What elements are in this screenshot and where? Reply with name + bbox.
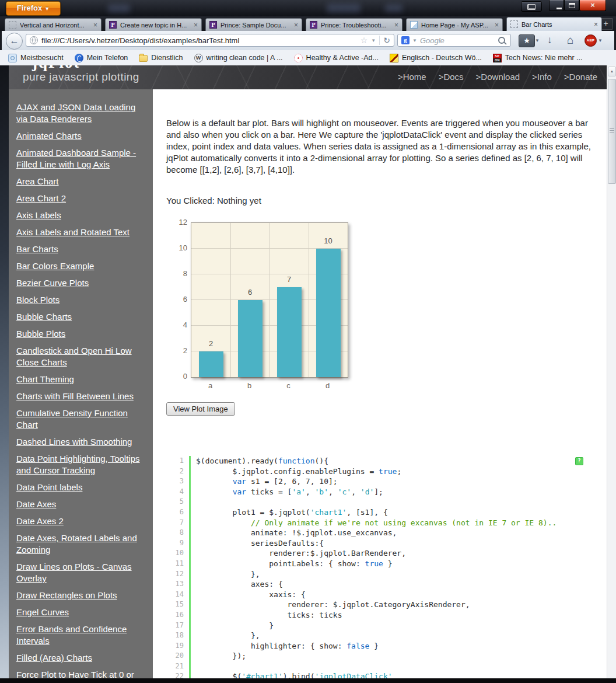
sidebar-item[interactable]: Date Axes	[16, 499, 144, 510]
globe-icon	[30, 36, 38, 44]
sidebar-item[interactable]: Bar Charts	[16, 243, 144, 255]
line-number: 11	[166, 559, 189, 569]
sidebar-item[interactable]: Bubble Charts	[16, 311, 144, 323]
tab-close-icon[interactable]: ×	[294, 22, 298, 28]
tab-close-icon[interactable]: ×	[93, 22, 97, 28]
site-nav-link[interactable]: >Download	[476, 72, 520, 82]
token-plain: xaxis: {	[196, 590, 306, 599]
sidebar-item[interactable]: Area Chart 2	[16, 193, 144, 204]
sidebar-item[interactable]: Data Point labels	[16, 482, 144, 493]
tab-close-icon[interactable]: ×	[394, 22, 398, 28]
sidebar-item[interactable]: AJAX and JSON Data Loading via Data Rend…	[16, 102, 144, 125]
bookmark-item[interactable]: Meistbesucht	[8, 54, 64, 62]
token-keyword: false	[346, 642, 369, 650]
sidebar-item[interactable]: Error Bands and Confidence Intervals	[16, 623, 144, 647]
back-button[interactable]: ←	[6, 33, 23, 50]
sidebar-item[interactable]: Cumulative Density Function Chart	[16, 407, 144, 431]
sidebar-item[interactable]: Block Plots	[16, 294, 144, 306]
sidebar-item[interactable]: Force Plot to Have Tick at 0 or 100	[16, 669, 144, 678]
bookmark-item[interactable]: Dienstlich	[139, 54, 183, 62]
token-keyword: true	[365, 559, 383, 568]
tab[interactable]: PCreate new topic in H...×	[105, 18, 202, 31]
bookmark-item[interactable]: Healthy & Active -Ad...	[294, 54, 379, 62]
scrollbar-up-arrow[interactable]: ▲	[608, 67, 616, 76]
code-text: ticks: ticks	[189, 610, 601, 621]
site-nav-link[interactable]: >Docs	[439, 72, 464, 82]
bar-a[interactable]	[199, 351, 223, 377]
home-button[interactable]: ⌂	[567, 34, 573, 47]
sidebar-item[interactable]: Chart Theming	[16, 374, 144, 385]
sidebar-item[interactable]: Draw Rectangles on Plots	[16, 590, 144, 601]
sidebar-item[interactable]: Candlestick and Open Hi Low Close Charts	[16, 345, 144, 368]
sidebar-item[interactable]: Charts with Fill Between Lines	[16, 391, 144, 402]
sidebar-item[interactable]: Data Point Highlighting, Tooltips and Cu…	[16, 453, 144, 476]
tab-close-icon[interactable]: ×	[194, 22, 198, 28]
chevron-down-icon[interactable]: ▼	[371, 38, 376, 43]
line-number: 8	[166, 528, 189, 538]
view-plot-image-button[interactable]: View Plot Image	[166, 402, 235, 416]
tab[interactable]: PPrince: Sample Docu...×	[205, 18, 302, 31]
sidebar-item[interactable]: Bubble Plots	[16, 328, 144, 340]
tab[interactable]: Home Page - My ASP...×	[406, 18, 503, 31]
sidebar-item[interactable]: Engel Curves	[16, 607, 144, 618]
bookmarks-menu-button[interactable]: ★	[519, 34, 535, 47]
sidebar-item[interactable]: Bezier Curve Plots	[16, 277, 144, 289]
chevron-down-icon[interactable]: ▼	[598, 38, 603, 43]
bookmark-item[interactable]: Wwriting clean code | A ...	[194, 54, 283, 62]
sidebar-item[interactable]: Axis Labels	[16, 210, 144, 221]
sidebar-item[interactable]: Animated Charts	[16, 130, 144, 142]
token-plain: ];	[374, 487, 383, 496]
divider	[379, 36, 380, 45]
sidebar-item[interactable]: Draw Lines on Plots - Canvas Overlay	[16, 561, 144, 584]
tab-close-icon[interactable]: ×	[594, 22, 598, 27]
code-line: 12 },	[166, 569, 601, 580]
code-help-icon[interactable]: ?	[575, 457, 583, 465]
reload-icon[interactable]: ↻	[383, 36, 390, 45]
token-plain: $(document).ready(	[196, 457, 278, 465]
chevron-down-icon[interactable]: ▼	[535, 38, 540, 43]
search-placeholder[interactable]: Google	[420, 36, 495, 45]
chart-plot-area[interactable]: 26710	[191, 222, 348, 378]
bar-c[interactable]	[277, 287, 302, 377]
tab-title: Bar Charts	[522, 21, 590, 28]
page-scrollbar[interactable]: ▲	[607, 65, 616, 678]
close-button[interactable]: ×	[579, 0, 606, 11]
tab[interactable]: PPrince: Troubleshooti...×	[306, 18, 402, 31]
search-icon[interactable]	[498, 37, 505, 44]
adblock-plus-button[interactable]: ABP	[584, 34, 597, 47]
sidebar-item[interactable]: Bar Colors Example	[16, 260, 144, 272]
sidebar-item[interactable]: Date Axes, Rotated Labels and Zooming	[16, 532, 144, 556]
line-number: 22	[166, 671, 189, 678]
site-nav-link[interactable]: >Donate	[564, 72, 597, 82]
tab-close-icon[interactable]: ×	[495, 22, 499, 28]
sidebar-item[interactable]: Dashed Lines with Smoothing	[16, 436, 144, 448]
bookmark-item[interactable]: SPONTech News: Nie mehr ...	[493, 54, 583, 62]
bookmark-star-icon[interactable]: ☆	[360, 36, 368, 45]
scrollbar-thumb[interactable]	[608, 79, 616, 184]
bookmark-item[interactable]: Mein Telefon	[75, 54, 128, 62]
bar-b[interactable]	[238, 300, 262, 377]
sidebar-item[interactable]: Axis Labels and Rotated Text	[16, 226, 144, 238]
chevron-down-icon[interactable]: ▼	[412, 38, 417, 43]
sidebar-item[interactable]: Date Axes 2	[16, 515, 144, 527]
sidebar-item[interactable]: Animated Dashboard Sample - Filled Line …	[16, 147, 144, 170]
bookmark-label: Tech News: Nie mehr ...	[505, 54, 583, 62]
firefox-menu-button[interactable]: Firefox▼	[6, 1, 61, 16]
sidebar-item[interactable]: Area Chart	[16, 176, 144, 187]
tab-preview-button[interactable]	[521, 1, 542, 12]
search-box[interactable]: g ▼ Google	[397, 34, 511, 47]
tab[interactable]: Vertical and Horizont...×	[5, 18, 102, 31]
url-bar[interactable]: file:///C:/Users/v.hetzer/Desktop/dist/e…	[26, 34, 394, 47]
url-text[interactable]: file:///C:/Users/v.hetzer/Desktop/dist/e…	[41, 36, 357, 45]
tab-active-bar-charts[interactable]: Bar Charts×	[506, 17, 602, 31]
site-nav-link[interactable]: >Home	[398, 72, 426, 82]
bar-d[interactable]	[316, 249, 341, 377]
downloads-button[interactable]: ↓	[547, 34, 552, 46]
maximize-button[interactable]	[564, 0, 579, 11]
site-nav-link[interactable]: >Info	[532, 72, 552, 82]
bookmark-item[interactable]: Englisch - Deutsch Wö...	[390, 54, 482, 62]
minimize-button[interactable]	[549, 0, 564, 11]
line-number: 14	[166, 590, 189, 600]
sidebar-item[interactable]: Filled (Area) Charts	[16, 652, 144, 664]
line-number: 4	[166, 487, 189, 497]
